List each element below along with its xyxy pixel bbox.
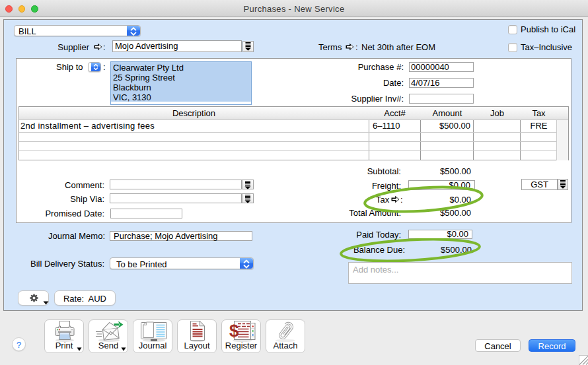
svg-text:$: $ bbox=[229, 321, 239, 341]
